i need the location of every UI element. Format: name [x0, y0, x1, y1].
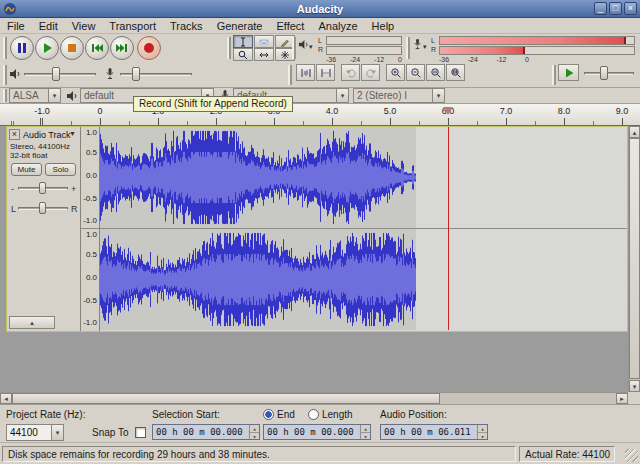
gain-thumb[interactable]: [39, 182, 46, 194]
close-button[interactable]: ×: [624, 2, 637, 15]
timeline-ruler[interactable]: -1.0 0 1.0 2.0 3.0 4.0 5.0 6.0 7.0 8.0 9…: [0, 104, 640, 126]
trim-audio-button[interactable]: [296, 64, 315, 81]
scroll-down-button[interactable]: ▾: [629, 380, 640, 392]
input-volume-thumb[interactable]: [132, 67, 140, 81]
playback-meter-bar-right[interactable]: [326, 46, 402, 55]
menu-file[interactable]: File: [0, 19, 32, 33]
selection-start-spinner[interactable]: ▴▾: [249, 425, 259, 439]
record-button[interactable]: [137, 36, 161, 60]
vertical-ruler[interactable]: 1.0 0.5 0.0 -0.5 -1.0 1.0 0.5 0.0 -0.5 -…: [81, 127, 100, 331]
input-volume-slider[interactable]: [120, 65, 192, 83]
play-speed-thumb[interactable]: [600, 66, 608, 80]
undo-button[interactable]: [341, 64, 360, 81]
menu-analyze[interactable]: Analyze: [311, 19, 364, 33]
scroll-right-button[interactable]: ▸: [616, 393, 628, 404]
playback-meter-bar-left[interactable]: [326, 36, 402, 45]
menu-edit[interactable]: Edit: [32, 19, 65, 33]
vertical-scroll-thumb[interactable]: [629, 138, 640, 379]
solo-button[interactable]: Solo: [45, 163, 76, 176]
play-speed-slider[interactable]: [584, 64, 634, 82]
zoom-tool-button[interactable]: [233, 48, 253, 61]
audio-position-field[interactable]: 00 h 00 m 06.011 s ▴▾: [380, 424, 488, 440]
minimize-button[interactable]: _: [594, 2, 607, 15]
fit-selection-button[interactable]: [426, 64, 445, 81]
vertical-scrollbar[interactable]: ▴ ▾: [628, 126, 640, 392]
pan-slider[interactable]: [18, 199, 68, 217]
menu-transport[interactable]: Transport: [102, 19, 163, 33]
scroll-left-button[interactable]: ◂: [0, 393, 12, 404]
fit-project-button[interactable]: [446, 64, 465, 81]
edit-toolbar-grip[interactable]: [288, 65, 292, 85]
transport-toolbar-grip[interactable]: [3, 37, 7, 59]
menu-help[interactable]: Help: [365, 19, 402, 33]
track-close-button[interactable]: ×: [9, 129, 20, 140]
record-meter-bar-right[interactable]: [439, 46, 635, 55]
playback-meter-speaker-icon[interactable]: [298, 39, 309, 50]
menu-effect[interactable]: Effect: [270, 19, 312, 33]
skip-to-start-button[interactable]: [85, 36, 109, 60]
output-volume-thumb[interactable]: [52, 67, 60, 81]
input-device-dropdown-icon[interactable]: ▾: [336, 89, 348, 102]
track-title[interactable]: Audio Track: [23, 130, 71, 140]
play-at-speed-button[interactable]: [558, 64, 579, 81]
menu-tracks[interactable]: Tracks: [163, 19, 210, 33]
track-menu-icon[interactable]: ▼: [69, 130, 76, 137]
input-channels-dropdown-icon[interactable]: ▾: [432, 89, 444, 102]
audio-host-dropdown-icon[interactable]: ▾: [48, 89, 60, 102]
project-rate-select[interactable]: 44100 ▾: [6, 424, 64, 441]
snap-to-checkbox[interactable]: [135, 427, 146, 438]
record-meter-grip[interactable]: [406, 37, 410, 59]
menu-generate[interactable]: Generate: [210, 19, 270, 33]
play-button[interactable]: [35, 36, 59, 60]
time-shift-tool-button[interactable]: [254, 48, 274, 61]
titlebar[interactable]: Audacity _ □ ×: [0, 0, 640, 18]
end-label: End: [277, 409, 295, 420]
waveform-right-channel[interactable]: [100, 229, 416, 330]
record-meter-dropdown-icon[interactable]: ▾: [423, 43, 427, 51]
trim-icon: [300, 67, 312, 79]
end-radio[interactable]: [263, 409, 274, 420]
multi-tool-icon: [280, 50, 290, 60]
input-channels-select[interactable]: 2 (Stereo) I ▾: [353, 88, 445, 103]
selection-start-field[interactable]: 00 h 00 m 00.000 s ▴▾: [152, 424, 260, 440]
mixer-toolbar-grip[interactable]: [3, 65, 7, 85]
mute-button[interactable]: Mute: [11, 163, 42, 176]
transcription-toolbar-grip[interactable]: [552, 65, 556, 85]
maximize-button[interactable]: □: [609, 2, 622, 15]
gain-slider[interactable]: [18, 179, 68, 197]
project-rate-dropdown-icon[interactable]: ▾: [51, 425, 63, 440]
record-meter-left-label: L: [431, 37, 435, 45]
audio-host-select[interactable]: ALSA ▾: [9, 88, 61, 103]
scroll-up-button[interactable]: ▴: [629, 126, 640, 138]
zoom-out-button[interactable]: [406, 64, 425, 81]
zoom-in-button[interactable]: [386, 64, 405, 81]
playback-meter-dropdown-icon[interactable]: ▾: [309, 43, 313, 51]
pause-button[interactable]: [10, 36, 34, 60]
audio-position-spinner[interactable]: ▴▾: [477, 425, 487, 439]
tools-toolbar-grip[interactable]: [227, 37, 231, 59]
length-radio[interactable]: [308, 409, 319, 420]
device-toolbar-grip[interactable]: [3, 89, 7, 102]
skip-to-end-button[interactable]: [110, 36, 134, 60]
ruler-label: -1.0: [34, 106, 50, 116]
envelope-tool-button[interactable]: [254, 35, 274, 48]
pan-thumb[interactable]: [39, 202, 46, 214]
silence-audio-button[interactable]: [316, 64, 335, 81]
track-collapse-button[interactable]: ▴: [9, 316, 55, 329]
stop-button[interactable]: [60, 36, 84, 60]
record-meter-bar-left[interactable]: [439, 36, 635, 45]
recording-position-indicator: [443, 107, 453, 115]
selection-tool-button[interactable]: [233, 35, 253, 48]
window-resize-grip[interactable]: [625, 449, 638, 462]
horizontal-scroll-thumb[interactable]: [12, 393, 440, 404]
menu-view[interactable]: View: [65, 19, 103, 33]
output-volume-slider[interactable]: [24, 65, 96, 83]
selection-end-spinner[interactable]: ▴▾: [360, 425, 370, 439]
horizontal-scrollbar[interactable]: ◂ ▸: [0, 392, 628, 404]
record-meter-mic-icon[interactable]: [412, 38, 423, 50]
waveform-left-channel[interactable]: [100, 127, 416, 228]
selection-end-field[interactable]: 00 h 00 m 00.000 s ▴▾: [263, 424, 371, 440]
redo-button[interactable]: [361, 64, 380, 81]
playback-meter-grip[interactable]: [292, 37, 296, 59]
waveform-area[interactable]: [100, 127, 627, 331]
